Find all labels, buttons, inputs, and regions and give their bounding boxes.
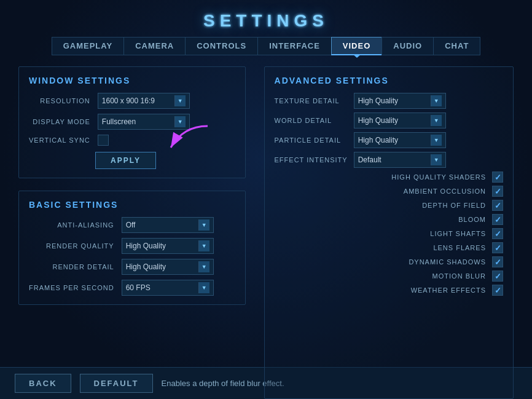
texture-detail-label: TEXTURE DETAIL [275, 97, 340, 105]
render-quality-label: RENDER QUALITY [29, 242, 114, 250]
display-mode-control: Fullscreen ▼ [98, 114, 235, 130]
td-dropdown-arrow: ▼ [431, 95, 442, 106]
tab-chat[interactable]: CHAT [433, 37, 480, 55]
particle-detail-control: High Quality ▼ [354, 132, 446, 148]
anti-aliasing-label: ANTI-ALIASING [29, 221, 114, 229]
lens_flares-label: LENS FLARES [388, 244, 486, 251]
anti-aliasing-dropdown[interactable]: Off ▼ [122, 217, 214, 233]
pd-dropdown-arrow: ▼ [431, 135, 442, 146]
tab-bar: GAMEPLAY CAMERA CONTROLS INTERFACE VIDEO… [18, 37, 514, 55]
resolution-label: RESOLUTION [29, 97, 90, 105]
weather_effects-checkbox[interactable] [492, 285, 503, 296]
resolution-dropdown[interactable]: 1600 x 900 16:9 ▼ [98, 93, 190, 109]
ambient_occlusion-checkbox[interactable] [492, 186, 503, 197]
tab-gameplay[interactable]: GAMEPLAY [52, 37, 123, 55]
depth_of_field-label: DEPTH OF FIELD [388, 202, 486, 209]
world-detail-label: WORLD DETAIL [275, 117, 332, 124]
tab-controls[interactable]: CONTROLS [185, 37, 257, 55]
fps-control: 60 FPS ▼ [122, 280, 235, 296]
ei-dropdown-arrow: ▼ [431, 154, 442, 165]
effect-intensity-dropdown[interactable]: Default ▼ [354, 152, 446, 168]
particle-detail-dropdown[interactable]: High Quality ▼ [354, 132, 446, 148]
texture-detail-dropdown[interactable]: High Quality ▼ [354, 93, 446, 109]
advanced-settings-title: ADVANCED SETTINGS [275, 76, 503, 85]
anti-aliasing-control: Off ▼ [122, 217, 235, 233]
effect-intensity-label: EFFECT INTENSITY [275, 156, 348, 164]
world-detail-dropdown[interactable]: High Quality ▼ [354, 113, 446, 128]
hq_shaders-label: HIGH QUALITY SHADERS [388, 173, 486, 181]
motion_blur-checkbox[interactable] [492, 271, 503, 282]
bloom-checkbox[interactable] [492, 214, 503, 225]
bloom-label: BLOOM [388, 216, 486, 223]
render-detail-control: High Quality ▼ [122, 259, 235, 275]
lens_flares-checkbox[interactable] [492, 242, 503, 253]
wd-dropdown-arrow: ▼ [431, 115, 442, 126]
render-quality-control: High Quality ▼ [122, 238, 235, 254]
apply-button[interactable]: APPLY [95, 152, 156, 169]
basic-settings-section: BASIC SETTINGS ANTI-ALIASING Off ▼ RENDE… [18, 191, 246, 305]
fps-dropdown[interactable]: 60 FPS ▼ [122, 280, 214, 296]
weather_effects-label: WEATHER EFFECTS [388, 286, 486, 294]
tab-audio[interactable]: AUDIO [381, 37, 433, 55]
resolution-dropdown-arrow: ▼ [174, 95, 186, 106]
render-detail-label: RENDER DETAIL [29, 263, 114, 271]
fps-label: FRAMES PER SECOND [29, 284, 114, 291]
rd-dropdown-arrow: ▼ [198, 261, 209, 272]
page-title: SETTINGS [18, 11, 514, 31]
particle-detail-label: PARTICLE DETAIL [275, 136, 342, 144]
window-settings-section: WINDOW SETTINGS RESOLUTION 1600 x 900 16… [18, 66, 246, 178]
display-mode-dropdown[interactable]: Fullscreen ▼ [98, 114, 190, 130]
display-mode-label: DISPLAY MODE [29, 118, 90, 125]
world-detail-control: High Quality ▼ [354, 113, 446, 128]
fps-dropdown-arrow: ▼ [198, 282, 209, 293]
rq-dropdown-arrow: ▼ [198, 240, 209, 251]
tab-video[interactable]: VIDEO [331, 37, 381, 55]
aa-dropdown-arrow: ▼ [198, 219, 209, 231]
dynamic_shadows-checkbox[interactable] [492, 256, 503, 267]
dynamic_shadows-label: DYNAMIC SHADOWS [388, 258, 486, 266]
ambient_occlusion-label: AMBIENT OCCLUSION [388, 188, 486, 195]
tab-camera[interactable]: CAMERA [123, 37, 185, 55]
motion_blur-label: MOTION BLUR [388, 272, 486, 280]
advanced-settings-section: ADVANCED SETTINGS TEXTURE DETAIL High Qu… [264, 66, 514, 399]
vsync-checkbox[interactable] [98, 135, 109, 146]
depth_of_field-checkbox[interactable] [492, 200, 503, 211]
light_shafts-label: LIGHT SHAFTS [388, 230, 486, 237]
basic-settings-title: BASIC SETTINGS [29, 200, 235, 210]
texture-detail-control: High Quality ▼ [354, 93, 446, 109]
vsync-label: VERTICAL SYNC [29, 136, 90, 144]
window-settings-title: WINDOW SETTINGS [29, 76, 235, 85]
render-detail-dropdown[interactable]: High Quality ▼ [122, 259, 214, 275]
render-quality-dropdown[interactable]: High Quality ▼ [122, 238, 214, 254]
tab-interface[interactable]: INTERFACE [257, 37, 331, 55]
display-mode-dropdown-arrow: ▼ [174, 116, 186, 127]
vsync-control [98, 135, 235, 146]
resolution-control: 1600 x 900 16:9 ▼ [98, 93, 235, 109]
light_shafts-checkbox[interactable] [492, 228, 503, 239]
hq_shaders-checkbox[interactable] [492, 172, 503, 183]
effect-intensity-control: Default ▼ [354, 152, 446, 168]
